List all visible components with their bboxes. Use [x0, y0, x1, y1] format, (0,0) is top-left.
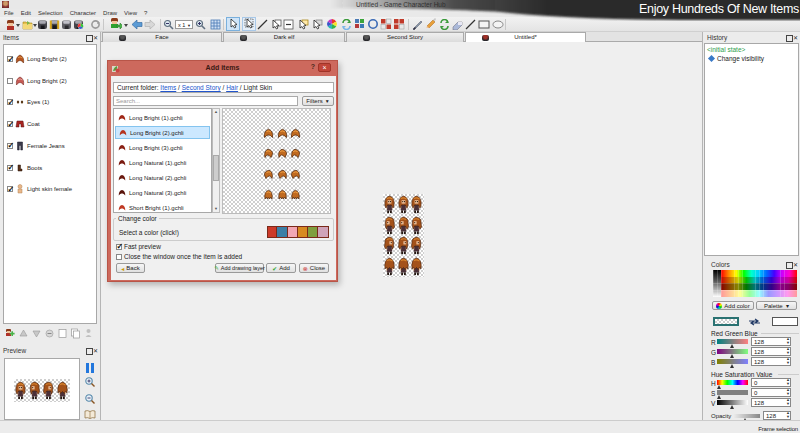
- svg-text:Enjoy Hundreds Of New Items: Enjoy Hundreds Of New Items: [639, 2, 799, 16]
